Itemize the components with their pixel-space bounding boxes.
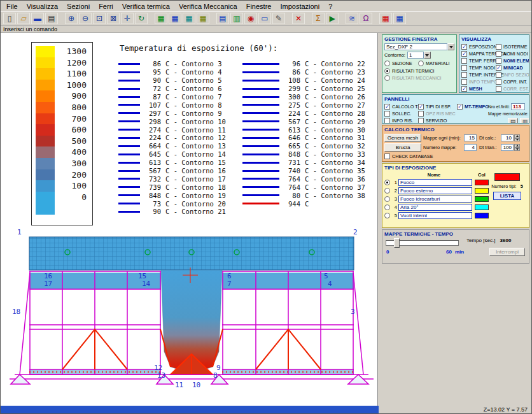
quote-icon[interactable]: ✎ [272, 13, 285, 24]
ferri-icon[interactable]: ◉ [244, 13, 257, 24]
checkbox-box[interactable] [461, 58, 467, 64]
sezione-table-icon[interactable]: ▤ [216, 13, 229, 24]
contorni-icon[interactable]: ▭ [258, 13, 271, 24]
radio-button[interactable] [384, 61, 390, 66]
diagrammi-icon[interactable]: ≋ [346, 13, 358, 24]
radio-button[interactable] [384, 75, 390, 81]
checkbox-tipi-di-esp[interactable]: ✓TIPI DI ESP. [418, 103, 455, 110]
checkbox-minicad[interactable]: ✓MINICAD [496, 64, 528, 71]
command-bar[interactable]: Inserisci un comando [1, 25, 531, 33]
checkbox-temp-ferri[interactable]: TEMP. FERRI [461, 57, 496, 64]
checkbox-box[interactable]: ✓ [461, 86, 467, 92]
zoom-extents-icon[interactable]: ⊠ [107, 13, 120, 24]
menu-item-verifica-meccanica[interactable]: Verifica Meccanica [174, 2, 242, 11]
checkbox-box[interactable]: ✓ [457, 104, 463, 110]
delete-icon[interactable]: ✕ [292, 13, 305, 24]
type-name-field[interactable]: Fuoco idrocarburi [398, 196, 472, 203]
menu-item-[interactable]: ? [324, 2, 337, 11]
print-icon[interactable]: ▤ [45, 13, 58, 24]
type-name-field[interactable]: Fuoco esterno [398, 187, 472, 194]
type-name-field[interactable]: Aria 20° [398, 204, 472, 211]
checkbox-box[interactable] [496, 44, 501, 50]
checkbox-box[interactable] [418, 111, 424, 117]
menu-item-sezioni[interactable]: Sezioni [62, 2, 94, 11]
checkbox-box[interactable] [496, 86, 501, 92]
redraw-icon[interactable]: ↻ [135, 13, 148, 24]
pan-icon[interactable]: ✛ [121, 13, 134, 24]
genera-mesh-button[interactable]: Genera mesh [384, 134, 421, 142]
menu-item-finestre[interactable]: Finestre [242, 2, 276, 11]
verifiche-icon[interactable]: Ω [360, 13, 372, 24]
time-slider-thumb[interactable] [394, 238, 400, 248]
menu-item-ferri[interactable]: Ferri [94, 2, 118, 11]
radio-risultati-termici[interactable]: RISULTATI TERMICI [384, 68, 454, 75]
dt-trian-spinner[interactable] [514, 144, 520, 151]
mesh-teal-icon[interactable]: ▦ [183, 13, 195, 24]
zoom-window-icon[interactable]: ⊡ [93, 13, 106, 24]
checkbox-box[interactable] [496, 72, 501, 78]
esegui-icon[interactable]: ▶ [326, 13, 339, 24]
save-file-icon[interactable]: ▬ [31, 13, 44, 24]
menu-item-verifica-termica[interactable]: Verifica termica [118, 2, 174, 11]
type-name-field[interactable]: Fuoco [398, 179, 472, 186]
mesh-green-icon[interactable]: ▦ [155, 13, 167, 24]
radio-materiali[interactable]: MATERIALI [418, 60, 452, 67]
brucia-button[interactable]: Brucia [384, 143, 421, 152]
section-drawing[interactable]: 121617151467541831213981110 [1, 33, 378, 406]
window-name-combo[interactable]: Sez_DXF 2 [384, 43, 454, 50]
checkbox-temp-interne[interactable]: TEMP. INTERNE [461, 71, 496, 78]
checkbox-box[interactable] [384, 118, 390, 124]
checkbox-copr-int[interactable]: COPR. INT.3 [496, 78, 528, 85]
exposure-type-row[interactable]: 3Fuoco idrocarburi [384, 195, 489, 203]
drawing-canvas[interactable]: 1300120011001000900800700600500400300200… [1, 33, 378, 406]
checkbox-box[interactable] [496, 51, 501, 57]
type-select-radio[interactable] [384, 188, 390, 194]
checkbox-corr-est[interactable]: CORR. EST. [496, 85, 528, 92]
checkbox-info-ris[interactable]: INFO RIS. [384, 117, 416, 124]
dt-calc-spinner[interactable] [514, 134, 520, 141]
dt-calc-field[interactable]: 10 [501, 134, 514, 141]
checkbox-box[interactable]: ✓ [384, 104, 390, 110]
type-select-radio[interactable] [384, 196, 390, 202]
time-slider[interactable] [386, 240, 459, 246]
checkbox-opz-ris-mec[interactable]: OPZ RIS MEC [418, 110, 455, 117]
open-file-icon[interactable]: ▱ [17, 13, 30, 24]
exposure-type-row[interactable]: 2Fuoco esterno [384, 187, 489, 195]
menu-item-visualizza[interactable]: Visualizza [22, 2, 62, 11]
checkbox-box[interactable] [418, 118, 424, 124]
exposure-type-row[interactable]: 1Fuoco [384, 178, 489, 187]
checkbox-box[interactable] [461, 65, 467, 71]
checkbox-mt-tempo[interactable]: ✓MT-TEMPO [457, 103, 486, 110]
checkbox-info-tempo[interactable]: INFO TEMPO [461, 78, 496, 85]
checkbox-nomi-nodi[interactable]: NOMI NODI [496, 50, 528, 57]
checkbox-box[interactable] [496, 79, 501, 85]
tabella-rossa-icon[interactable]: ▦ [379, 13, 392, 24]
checkbox-isoterme[interactable]: ISOTERME [496, 43, 528, 50]
calcolo-icon[interactable]: Σ [312, 13, 325, 24]
exposure-type-row[interactable]: 4Aria 20° [384, 203, 489, 211]
lista-button[interactable]: LISTA [493, 192, 521, 200]
checkbox-box[interactable] [384, 153, 390, 159]
radio-sezione[interactable]: SEZIONE [384, 60, 418, 67]
materiali-table-icon[interactable]: ▥ [230, 13, 243, 24]
checkbox-temp-nodi[interactable]: TEMP. NODI [461, 64, 496, 71]
checkbox-box[interactable]: ✓ [461, 51, 467, 57]
mesh-blue-icon[interactable]: ▦ [169, 13, 181, 24]
interrompi-button[interactable]: Interrompi [489, 248, 525, 256]
checkbox-calcolo-t[interactable]: ✓CALCOLO T. [384, 103, 416, 110]
plot-icon[interactable]: ▥ [520, 118, 529, 124]
radio-button[interactable] [418, 61, 424, 66]
zoom-in-icon[interactable]: ⊕ [65, 13, 78, 24]
checkbox-esposizione[interactable]: ✓ESPOSIZIONE [461, 43, 496, 50]
zoom-out-icon[interactable]: ⊖ [79, 13, 92, 24]
checkbox-box[interactable] [461, 79, 467, 85]
contorno-value-field[interactable]: 1 [407, 52, 424, 59]
menu-item-impostazioni[interactable]: Impostazioni [276, 2, 324, 11]
window-name-field[interactable]: Sez_DXF 2 [384, 43, 447, 50]
checkbox-servizio[interactable]: SERVIZIO [418, 117, 455, 124]
radio-risultati-meccanici[interactable]: RISULTATI MECCANICI [384, 75, 454, 82]
checkbox-info-sezione[interactable]: INFO SEZIONE [496, 71, 528, 78]
mappe-ogni-field[interactable]: 15 [464, 134, 477, 141]
chevron-down-icon[interactable] [447, 43, 454, 50]
type-select-radio[interactable] [384, 204, 390, 210]
